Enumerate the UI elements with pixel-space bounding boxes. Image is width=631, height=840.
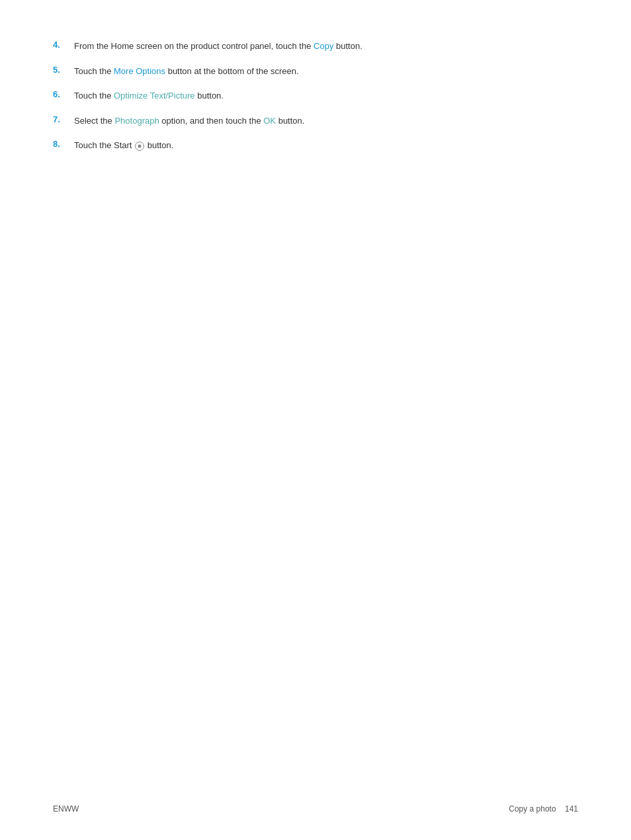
step-text-6: Touch the Optimize Text/Picture button.	[74, 89, 224, 103]
page-footer: ENWW Copy a photo 141	[0, 804, 631, 814]
step-item-8: 8. Touch the Start button.	[53, 139, 410, 152]
step-number-8: 8.	[53, 139, 74, 149]
footer-section-title: Copy a photo	[509, 804, 556, 814]
ok-link: OK	[263, 116, 276, 126]
footer-page-number: 141	[565, 804, 578, 814]
step-text-4: From the Home screen on the product cont…	[74, 40, 362, 53]
footer-enww: ENWW	[53, 804, 79, 814]
footer-page-info: Copy a photo 141	[509, 804, 578, 814]
more-options-link: More Options	[114, 66, 165, 76]
step-number-5: 5.	[53, 65, 74, 75]
step-item-4: 4. From the Home screen on the product c…	[53, 40, 410, 53]
step-item-5: 5. Touch the More Options button at the …	[53, 65, 410, 78]
step-item-6: 6. Touch the Optimize Text/Picture butto…	[53, 89, 410, 103]
page-content: 4. From the Home screen on the product c…	[0, 0, 463, 204]
step-list: 4. From the Home screen on the product c…	[53, 40, 410, 152]
photograph-link: Photograph	[114, 116, 159, 126]
step-text-7: Select the Photograph option, and then t…	[74, 114, 304, 128]
optimize-text-picture-link: Optimize Text/Picture	[114, 91, 195, 101]
step-number-6: 6.	[53, 89, 74, 99]
step-item-7: 7. Select the Photograph option, and the…	[53, 114, 410, 128]
step-text-8: Touch the Start button.	[74, 139, 173, 152]
step-text-5: Touch the More Options button at the bot…	[74, 65, 299, 78]
copy-link: Copy	[314, 41, 333, 51]
step-number-7: 7.	[53, 114, 74, 124]
start-icon	[135, 142, 144, 151]
step-number-4: 4.	[53, 40, 74, 50]
